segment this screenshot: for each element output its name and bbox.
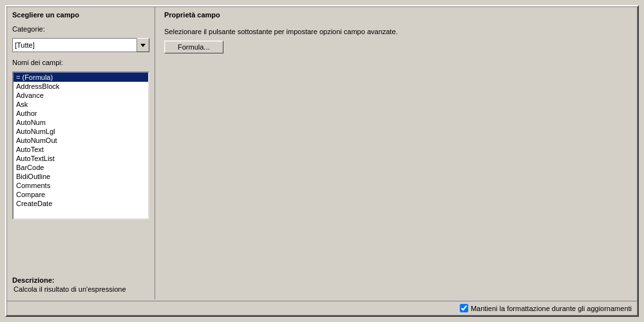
list-item[interactable]: AddressBlock — [14, 82, 148, 91]
list-item[interactable]: AutoNum — [14, 118, 148, 127]
list-item[interactable]: BidiOutline — [14, 172, 148, 181]
maintain-format-text: Mantieni la formattazione durante gli ag… — [471, 305, 632, 312]
right-section-title: Proprietà campo — [155, 7, 229, 20]
list-item[interactable]: Advance — [14, 91, 148, 100]
list-item[interactable]: Comments — [14, 181, 148, 190]
maintain-format-label[interactable]: Mantieni la formattazione durante gli ag… — [460, 304, 632, 312]
bottom-bar: Mantieni la formattazione durante gli ag… — [7, 301, 637, 315]
list-item[interactable]: Author — [14, 109, 148, 118]
right-panel: Selezionare il pulsante sottostante per … — [155, 20, 637, 299]
info-text: Selezionare il pulsante sottostante per … — [164, 28, 628, 35]
maintain-format-checkbox[interactable] — [460, 304, 468, 312]
field-names-listbox[interactable]: = (Formula) AddressBlock Advance Ask Aut… — [12, 71, 149, 220]
left-section-title: Scegliere un campo — [7, 7, 155, 20]
field-names-label: Nomi dei campi: — [12, 59, 149, 66]
list-item[interactable]: = (Formula) — [14, 73, 148, 82]
description-text: Calcola il risultato di un'espressione — [12, 285, 149, 293]
description-label: Descrizione: — [12, 276, 149, 284]
list-item[interactable]: AutoNumLgl — [14, 127, 148, 136]
list-item[interactable]: AutoNumOut — [14, 136, 148, 145]
categories-select-wrapper[interactable]: [Tutte] Data e ora Documento Utente — [12, 38, 149, 52]
categories-select[interactable]: [Tutte] Data e ora Documento Utente — [12, 38, 149, 52]
section-header-row: Scegliere un campo Proprietà campo — [7, 7, 637, 20]
list-item[interactable]: AutoText — [14, 145, 148, 154]
list-item[interactable]: AutoTextList — [14, 154, 148, 163]
description-area: Descrizione: Calcola il risultato di un'… — [12, 276, 149, 294]
categories-label: Categorie: — [12, 25, 149, 33]
field-dialog: Scegliere un campo Proprietà campo Categ… — [0, 0, 644, 322]
list-item[interactable]: Ask — [14, 100, 148, 109]
formula-button[interactable]: Formula... — [164, 41, 223, 53]
list-item[interactable]: CreateDate — [14, 199, 148, 208]
list-item[interactable]: BarCode — [14, 163, 148, 172]
left-panel: Categorie: [Tutte] Data e ora Documento … — [7, 20, 155, 299]
list-item[interactable]: Compare — [14, 190, 148, 199]
